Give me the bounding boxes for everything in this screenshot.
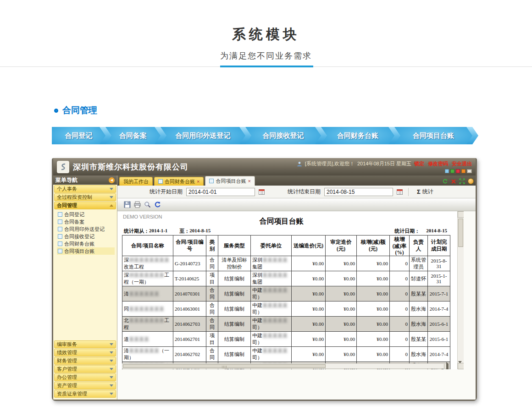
tab-finance-ledger[interactable]: 合同财务台账: [154, 177, 204, 186]
banner-step-contract-filing[interactable]: 合同备案: [105, 127, 161, 144]
col-adjust-amount: 核增(减)额(元): [357, 236, 390, 256]
period-from-value: 2014-1-1: [149, 228, 167, 235]
table-cell: 中建某某某某某司）: [251, 301, 292, 317]
banner-step-finance-ledger[interactable]: 合同财务台账: [321, 127, 394, 144]
refresh-icon[interactable]: [442, 178, 448, 184]
tab-icon: [158, 179, 163, 184]
vertical-scrollbar[interactable]: [457, 211, 464, 369]
table-row[interactable]: 清某某某某某某2014070301合同结算编制中建某某某某某司）¥0.00¥0.…: [122, 286, 450, 301]
table-row[interactable]: 同某某某某某某某2014063001合同结算编制中建某某某某某司）¥0.00¥0…: [122, 301, 450, 317]
table-cell: 0: [390, 286, 410, 301]
banner-step-project-ledger[interactable]: 合同项目台账: [394, 127, 472, 144]
process-banner: 合同登记 合同备案 合同用印外送登记 合同接收登记 合同财务台账 合同项目台账: [52, 127, 472, 144]
titlebar-links: 锁定 修改密码 安全退出: [414, 160, 472, 167]
sidebar-item-finance-ledger[interactable]: 合同财务台账: [57, 240, 117, 247]
save-icon[interactable]: [124, 201, 131, 208]
table-header-row: 合同/项目名称 合同/项目编号 类别 服务类型 委托单位 送编造价(元) 审定造…: [122, 236, 450, 256]
sidebar-item-label: 合同备案: [64, 219, 84, 225]
table-cell: 结算编制: [218, 286, 251, 301]
window-restore-icon[interactable]: [467, 169, 472, 173]
logout-link[interactable]: 安全退出: [452, 160, 472, 167]
page-subtitle: 为满足您不同业务需求: [0, 50, 532, 61]
refresh-blue-icon[interactable]: [154, 201, 161, 208]
banner-step-contract-register[interactable]: 合同登记: [52, 127, 105, 144]
table-row[interactable]: 北某某某某某某某工程2014062703合同结算编制中建某某某某某司）¥0.00…: [122, 317, 450, 332]
col-approved-price: 审定造价(元): [326, 236, 357, 256]
lock-link[interactable]: 锁定: [414, 160, 424, 167]
banner-step-seal-outgoing[interactable]: 合同用印外送登记: [161, 127, 245, 144]
report-toolbar: [117, 198, 476, 211]
sidebar-group-certificates[interactable]: 资质证章管理: [54, 390, 116, 398]
redacted-text: 某某某某某某某: [129, 318, 164, 323]
redacted-text: 某某某某某某: [129, 348, 159, 353]
user-icon: [297, 161, 302, 167]
sidebar-collapse-icon[interactable]: ◄: [109, 177, 115, 183]
group-label: 办公管理: [57, 374, 77, 381]
scrollbar-thumb[interactable]: [123, 364, 326, 368]
expand-icon[interactable]: [459, 178, 465, 184]
scroll-up-button[interactable]: [458, 211, 464, 218]
table-row[interactable]: 深圳某某某某某某某改造工程G-20140723合同清单及招标控制价深圳某某某某某…: [122, 256, 450, 271]
change-password-link[interactable]: 修改密码: [428, 160, 448, 167]
date-text: 2014年08月15日 星期五: [357, 160, 411, 167]
close-icon[interactable]: [197, 179, 200, 184]
sidebar-item-contract-register[interactable]: 合同登记: [57, 211, 117, 218]
close-icon[interactable]: [248, 179, 250, 184]
sidebar-group-personal[interactable]: 个人事务: [54, 185, 116, 193]
table-cell: ¥0.00: [292, 332, 326, 347]
hero-section: 系统模块 为满足您不同业务需求: [0, 0, 532, 61]
sidebar-group-investment[interactable]: 全过程投资控制: [54, 193, 116, 201]
sidebar-group-performance[interactable]: 绩效管理: [54, 349, 116, 356]
banner-step-receive-register[interactable]: 合同接收登记: [245, 127, 321, 144]
table-cell: 2014062703: [173, 317, 206, 332]
table-row[interactable]: 深圳某某某某某某工程（一期）T-20140625项目结算编制深圳某某某某某集团¥…: [122, 271, 450, 286]
group-label: 资质证章管理: [57, 390, 87, 397]
chevron-up-icon: [110, 204, 113, 207]
tab-label: 我的工作台: [123, 178, 149, 185]
table-cell: 中建某某某某某司）: [251, 347, 292, 362]
sidebar-item-seal-outgoing[interactable]: 合同用印外送登记: [57, 225, 117, 233]
sidebar-item-label: 合同财务台账: [64, 241, 94, 247]
titlebar-right: [系统管理员],欢迎您！ 2014年08月15日 星期五 锁定 修改密码 安全退…: [297, 160, 472, 173]
calendar-icon[interactable]: [397, 189, 403, 195]
table-row[interactable]: 道某某某某2014062701项目结算编制中建某某某某某司）¥0.00¥0.00…: [122, 332, 450, 347]
theme-orange-button[interactable]: [461, 169, 466, 173]
theme-red-button[interactable]: [456, 169, 460, 173]
table-cell: 结算编制: [218, 271, 251, 286]
sidebar-item-receive-register[interactable]: 合同接收登记: [57, 233, 117, 240]
table-row[interactable]: 清某某某某某某（一期）2014062702合同结算编制中建某某某某某司）¥0.0…: [122, 347, 450, 362]
sidebar-group-customer[interactable]: 客户管理: [54, 365, 116, 373]
sidebar-group-review[interactable]: 编审服务: [54, 340, 116, 348]
calendar-icon[interactable]: [259, 189, 265, 195]
print-icon[interactable]: [134, 201, 141, 208]
search-icon[interactable]: [144, 201, 151, 208]
tab-workbench[interactable]: 我的工作台: [119, 177, 153, 186]
table-cell: 殷某某: [410, 332, 428, 347]
company-logo-icon: [57, 161, 69, 173]
scrollbar-thumb[interactable]: [458, 219, 463, 247]
statistics-button[interactable]: Σ 统计: [414, 187, 436, 197]
collapse-orb-icon[interactable]: [468, 178, 474, 184]
scroll-down-button[interactable]: [458, 363, 464, 369]
theme-green-button[interactable]: [450, 169, 454, 173]
horizontal-scrollbar[interactable]: [122, 363, 450, 369]
chevron-down-icon: [110, 343, 113, 345]
end-date-input[interactable]: 2014-08-15: [324, 188, 393, 196]
sidebar-header: 菜单导航 ◄: [53, 175, 117, 185]
redacted-text: 某某某某某某: [129, 291, 159, 296]
table-cell: 北某某某某某某某工程: [122, 317, 173, 332]
table-cell: 结算编制: [218, 301, 251, 317]
sidebar-group-office[interactable]: 办公管理: [54, 373, 116, 381]
tab-project-ledger[interactable]: 合同项目台账: [205, 176, 255, 186]
close-icon[interactable]: [451, 179, 456, 184]
theme-blue-button[interactable]: [445, 169, 449, 173]
start-date-input[interactable]: 2014-01-01: [186, 188, 255, 196]
sidebar-group-assets[interactable]: 资产管理: [54, 382, 116, 389]
sidebar-group-finance[interactable]: 财务管理: [54, 357, 116, 365]
table-cell: 深圳某某某某某某工程（一期）: [122, 271, 173, 286]
sidebar-item-project-ledger[interactable]: 合同项目台账: [57, 247, 115, 255]
scroll-right-button[interactable]: [444, 364, 449, 368]
sidebar-item-contract-filing[interactable]: 合同备案: [57, 218, 117, 225]
table-cell: 清单及招标控制价: [218, 256, 251, 271]
sidebar-group-contract[interactable]: 合同管理: [54, 202, 116, 209]
